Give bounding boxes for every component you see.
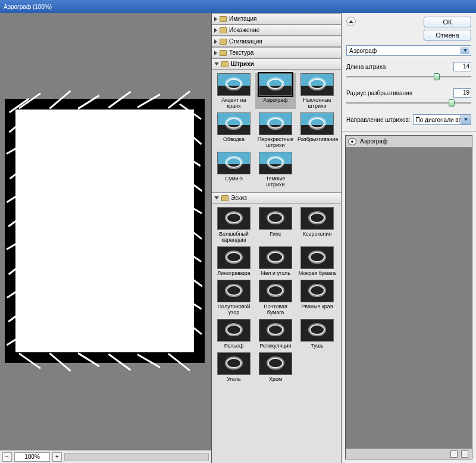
category-stylize[interactable]: Стилизация <box>212 36 341 47</box>
chevron-down-icon <box>464 118 468 121</box>
ok-button[interactable]: ОК <box>424 17 471 27</box>
filter-thumb[interactable]: Рельеф <box>214 319 254 349</box>
category-label: Штрихи <box>231 61 254 67</box>
slider-thumb[interactable] <box>449 99 455 107</box>
filter-thumb[interactable]: Разбрызгивание <box>297 112 337 148</box>
filter-thumb[interactable]: Мокрая бумага <box>297 246 337 276</box>
category-label: Текстура <box>229 49 253 56</box>
disclosure-triangle-icon <box>214 51 217 55</box>
thumb-preview <box>259 73 292 96</box>
window-title: Аэрограф (100%) <box>4 4 52 10</box>
folder-icon <box>221 61 228 67</box>
thumb-label: Хром <box>269 376 282 382</box>
thumb-label: Волшебный карандаш <box>214 231 253 243</box>
thumb-preview <box>259 352 292 375</box>
thumb-preview <box>259 112 292 135</box>
filter-thumb[interactable]: Мел и уголь <box>255 246 296 276</box>
thumb-label: Обводка <box>223 136 245 142</box>
thumb-label: Мел и уголь <box>261 270 290 276</box>
disclosure-triangle-icon <box>214 28 217 33</box>
filter-thumb[interactable]: Полутоновой узор <box>214 280 254 315</box>
category-imitation[interactable]: Имитация <box>212 13 341 24</box>
filter-thumb[interactable]: Обводка <box>214 112 254 148</box>
filter-thumb[interactable]: Перекрестные штрихи <box>255 112 296 148</box>
param-label: Радиус разбрызгивания <box>346 90 412 96</box>
category-sketch[interactable]: Эскиз <box>212 192 341 204</box>
thumb-preview <box>300 73 334 96</box>
filter-thumb[interactable]: Волшебный карандаш <box>214 207 254 243</box>
collapse-panel-button[interactable] <box>346 17 356 26</box>
filter-thumb[interactable]: Почтовая бумага <box>255 280 296 315</box>
filter-thumb[interactable]: Темные штрихи <box>255 152 296 187</box>
spray-radius-input[interactable]: 19 <box>453 88 471 98</box>
thumb-preview <box>300 319 334 342</box>
thumb-preview <box>217 280 250 302</box>
filter-thumb[interactable]: Гипс <box>255 207 296 243</box>
stroke-length-input[interactable]: 14 <box>453 62 471 71</box>
sketch-thumb-grid: Волшебный карандашГипсКсерокопияЛинограв… <box>212 204 341 387</box>
zoom-in-button[interactable]: + <box>52 452 62 462</box>
preview-viewport[interactable] <box>4 17 206 445</box>
delete-layer-icon[interactable] <box>461 451 468 458</box>
thumb-preview <box>217 207 250 230</box>
zoom-value-field[interactable]: 100% <box>14 452 50 462</box>
folder-icon <box>221 195 228 201</box>
thumb-label: Рваные края <box>301 304 333 309</box>
thumb-preview <box>217 352 250 375</box>
stroke-length-slider[interactable] <box>346 73 471 81</box>
visibility-eye-icon[interactable] <box>348 138 356 145</box>
thumb-label: Наклонные штрихи <box>298 97 337 109</box>
dropdown-value: По диагонали вправо <box>416 117 471 123</box>
category-label: Эскиз <box>231 195 247 201</box>
folder-icon <box>220 39 227 45</box>
filter-thumb[interactable]: Рваные края <box>297 280 337 315</box>
thumb-preview <box>259 246 292 269</box>
filter-thumb[interactable]: Наклонные штрихи <box>297 73 337 109</box>
category-texture[interactable]: Текстура <box>212 47 341 58</box>
filter-thumb[interactable]: Хром <box>255 352 296 382</box>
filter-thumb[interactable]: Линогравюра <box>214 246 254 276</box>
slider-thumb[interactable] <box>434 73 440 80</box>
folder-icon <box>220 27 227 33</box>
settings-column: ОК Отмена Аэрограф Длина штриха 14 <box>342 13 476 463</box>
filter-thumb[interactable]: Ксерокопия <box>297 207 337 243</box>
preview-column: − 100% + <box>0 13 212 463</box>
thumb-label: Тушь <box>311 343 323 349</box>
effect-layer-row[interactable]: Аэрограф <box>346 136 472 148</box>
disclosure-triangle-open-icon <box>214 196 219 199</box>
new-layer-icon[interactable] <box>450 451 458 458</box>
filter-thumb[interactable]: Акцент на краях <box>214 73 254 109</box>
zoom-out-button[interactable]: − <box>2 452 12 462</box>
layers-footer <box>346 448 472 459</box>
thumb-label: Разбрызгивание <box>298 136 337 142</box>
filter-select-dropdown[interactable]: Аэрограф <box>346 45 471 56</box>
filter-thumb[interactable]: Суми-э <box>214 152 254 187</box>
thumb-label: Аэрограф <box>263 97 288 103</box>
brush-border-effect <box>5 99 205 363</box>
disclosure-triangle-icon <box>214 17 217 21</box>
category-label: Стилизация <box>229 38 262 45</box>
slider-track <box>346 76 471 77</box>
category-distortion[interactable]: Искажение <box>212 24 341 36</box>
gallery-scroll[interactable]: Имитация Искажение Стилизация Текстура Ш… <box>212 13 341 463</box>
cancel-button[interactable]: Отмена <box>424 30 471 40</box>
thumb-preview <box>217 112 250 135</box>
disclosure-triangle-icon <box>214 39 217 44</box>
minus-icon: − <box>5 453 9 460</box>
direction-dropdown[interactable]: По диагонали вправо <box>413 114 471 125</box>
thumb-preview <box>259 152 292 174</box>
thumb-preview <box>217 246 250 269</box>
spray-radius-slider[interactable] <box>346 99 471 107</box>
category-label: Имитация <box>229 15 256 22</box>
strokes-thumb-grid: Акцент на краяхАэрографНаклонные штрихиО… <box>212 70 341 192</box>
filter-thumb[interactable]: Ретикуляция <box>255 319 296 349</box>
filter-thumb[interactable]: Аэрограф <box>255 73 296 109</box>
filter-thumb[interactable]: Уголь <box>214 352 254 382</box>
workspace: − 100% + Имитация Искажение Стилизация Т… <box>0 13 476 463</box>
thumb-label: Ретикуляция <box>260 343 292 349</box>
param-spray-radius: Радиус разбрызгивания 19 <box>346 88 471 107</box>
param-stroke-length: Длина штриха 14 <box>346 62 471 81</box>
thumb-label: Линогравюра <box>217 270 250 276</box>
filter-thumb[interactable]: Тушь <box>297 319 337 349</box>
category-strokes[interactable]: Штрихи <box>212 58 341 70</box>
